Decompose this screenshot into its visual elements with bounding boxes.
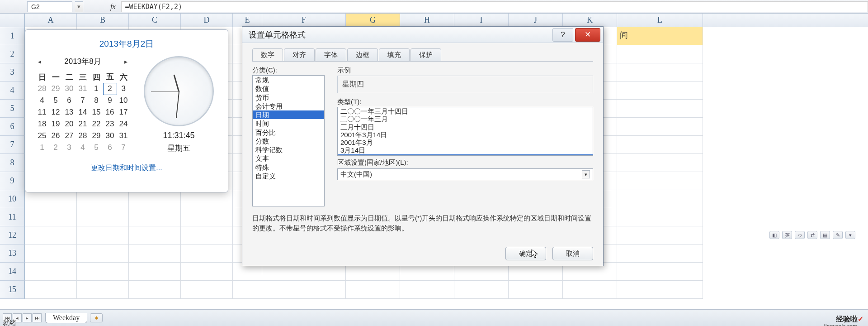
- calendar-day[interactable]: 16: [103, 106, 117, 118]
- chevron-down-icon[interactable]: ▾: [582, 170, 590, 178]
- tab-1[interactable]: 对齐: [284, 48, 315, 61]
- calendar-day[interactable]: 8: [90, 95, 103, 106]
- tool-icon-6[interactable]: ✎: [833, 231, 843, 239]
- cell-L4[interactable]: [617, 82, 703, 100]
- fx-icon[interactable]: fx: [110, 3, 116, 11]
- category-item[interactable]: 自定义: [253, 172, 324, 180]
- calendar-day[interactable]: 25: [35, 130, 49, 142]
- cell-A14[interactable]: [25, 263, 77, 281]
- calendar-day[interactable]: 2: [49, 142, 62, 153]
- cell-I15[interactable]: [454, 281, 509, 299]
- column-header-B[interactable]: B: [77, 14, 129, 27]
- column-header-H[interactable]: H: [400, 14, 454, 27]
- row-header-2[interactable]: 2: [0, 45, 25, 63]
- cell-C13[interactable]: [129, 244, 181, 263]
- tab-4[interactable]: 填充: [379, 48, 410, 61]
- calendar-day[interactable]: 10: [117, 95, 130, 106]
- row-header-7[interactable]: 7: [0, 136, 25, 154]
- type-item[interactable]: 二〇〇一年三月十四日: [338, 107, 593, 115]
- calendar-day[interactable]: 23: [103, 118, 117, 130]
- calendar-day[interactable]: 28: [35, 83, 49, 95]
- cell-D12[interactable]: [181, 226, 233, 244]
- column-header-I[interactable]: I: [454, 14, 509, 27]
- next-month-icon[interactable]: ▸: [122, 57, 130, 66]
- category-item[interactable]: 科学记数: [253, 145, 324, 154]
- prev-month-icon[interactable]: ◂: [35, 57, 44, 66]
- cell-L3[interactable]: [617, 63, 703, 82]
- ok-button[interactable]: 确定: [505, 247, 546, 260]
- category-item[interactable]: 数值: [253, 84, 324, 93]
- type-item[interactable]: 星期三: [338, 154, 593, 156]
- cell-A11[interactable]: [25, 208, 77, 226]
- last-sheet-icon[interactable]: ⏭: [33, 313, 42, 322]
- calendar-day[interactable]: 30: [62, 83, 76, 95]
- cell-L1[interactable]: 间: [617, 27, 703, 45]
- tool-icon-1[interactable]: ◧: [769, 231, 779, 239]
- calendar-day[interactable]: 7: [117, 142, 130, 153]
- column-header-E[interactable]: E: [233, 14, 262, 27]
- help-button[interactable]: ?: [552, 28, 573, 42]
- tool-icon-4[interactable]: ⇄: [807, 231, 817, 239]
- row-header-9[interactable]: 9: [0, 172, 25, 190]
- close-button[interactable]: ✕: [575, 28, 600, 42]
- cell-L15[interactable]: [617, 281, 703, 299]
- category-item[interactable]: 日期: [253, 110, 324, 119]
- category-item[interactable]: 货币: [253, 93, 324, 102]
- column-header-K[interactable]: K: [563, 14, 617, 27]
- name-box[interactable]: G2: [27, 1, 72, 12]
- tab-5[interactable]: 保护: [410, 48, 441, 61]
- column-header-D[interactable]: D: [181, 14, 233, 27]
- calendar-day[interactable]: 5: [49, 95, 62, 106]
- category-item[interactable]: 常规: [253, 76, 324, 84]
- cell-L12[interactable]: [617, 226, 703, 244]
- type-item[interactable]: 2001年3月: [338, 139, 593, 146]
- cell-C12[interactable]: [129, 226, 181, 244]
- row-header-12[interactable]: 12: [0, 226, 25, 244]
- cell-A13[interactable]: [25, 244, 77, 263]
- calendar-day[interactable]: 9: [103, 95, 117, 106]
- tab-0[interactable]: 数字: [252, 48, 283, 61]
- type-item[interactable]: 2001年3月14日: [338, 131, 593, 139]
- sheet-tab-weekday[interactable]: Weekday: [45, 313, 87, 323]
- change-date-time-link[interactable]: 更改日期和时间设置...: [35, 163, 218, 173]
- cell-J15[interactable]: [509, 281, 563, 299]
- cell-D14[interactable]: [181, 263, 233, 281]
- calendar-day[interactable]: 21: [76, 118, 90, 130]
- cell-B13[interactable]: [77, 244, 129, 263]
- formula-input[interactable]: =WEEKDAY(F2,2): [121, 1, 868, 12]
- row-header-3[interactable]: 3: [0, 63, 25, 82]
- calendar-day[interactable]: 29: [90, 130, 103, 142]
- calendar-day[interactable]: 22: [90, 118, 103, 130]
- row-header-4[interactable]: 4: [0, 82, 25, 100]
- type-item[interactable]: 三月十四日: [338, 123, 593, 131]
- locale-select[interactable]: 中文(中国) ▾: [337, 168, 593, 180]
- calendar-day[interactable]: 1: [90, 83, 103, 95]
- category-item[interactable]: 文本: [253, 154, 324, 163]
- tab-2[interactable]: 字体: [316, 48, 346, 61]
- row-header-6[interactable]: 6: [0, 118, 25, 136]
- tool-icon-7[interactable]: ▾: [845, 231, 855, 239]
- column-header-F[interactable]: F: [262, 14, 346, 27]
- cell-E15[interactable]: [233, 281, 262, 299]
- cell-D10[interactable]: [181, 190, 233, 208]
- column-header-A[interactable]: A: [25, 14, 77, 27]
- calendar-day[interactable]: 18: [35, 118, 49, 130]
- calendar-day[interactable]: 7: [76, 95, 90, 106]
- cell-L8[interactable]: [617, 154, 703, 172]
- calendar-day[interactable]: 24: [117, 118, 130, 130]
- cell-B14[interactable]: [77, 263, 129, 281]
- calendar-day[interactable]: 27: [62, 130, 76, 142]
- category-item[interactable]: 百分比: [253, 128, 324, 137]
- cell-C15[interactable]: [129, 281, 181, 299]
- tool-icon-5[interactable]: ▤: [820, 231, 830, 239]
- column-header-C[interactable]: C: [129, 14, 181, 27]
- dialog-titlebar[interactable]: 设置单元格格式 ? ✕: [242, 27, 603, 43]
- cell-D11[interactable]: [181, 208, 233, 226]
- cell-C10[interactable]: [129, 190, 181, 208]
- calendar-day[interactable]: 26: [49, 130, 62, 142]
- cell-L2[interactable]: [617, 45, 703, 63]
- row-header-8[interactable]: 8: [0, 154, 25, 172]
- cell-K15[interactable]: [563, 281, 617, 299]
- calendar-day[interactable]: 13: [62, 106, 76, 118]
- row-header-11[interactable]: 11: [0, 208, 25, 226]
